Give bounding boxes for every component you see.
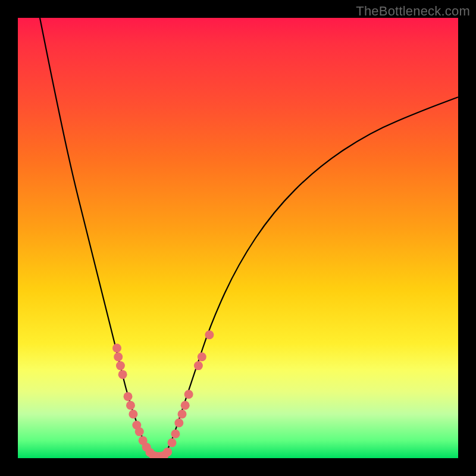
data-marker bbox=[205, 330, 214, 339]
data-marker bbox=[171, 430, 180, 439]
data-marker bbox=[116, 361, 125, 370]
data-marker bbox=[194, 361, 203, 370]
data-marker bbox=[118, 370, 127, 379]
data-marker bbox=[174, 418, 183, 427]
data-marker bbox=[168, 439, 177, 447]
data-marker bbox=[181, 401, 190, 410]
data-marker bbox=[124, 392, 133, 401]
data-marker bbox=[198, 352, 206, 361]
data-marker bbox=[112, 344, 121, 353]
data-marker bbox=[135, 427, 144, 436]
data-marker bbox=[129, 410, 137, 419]
data-marker bbox=[163, 447, 172, 456]
watermark-text: TheBottleneck.com bbox=[356, 4, 470, 19]
data-marker bbox=[114, 352, 123, 361]
chart-plot-area bbox=[18, 18, 458, 458]
marker-group bbox=[112, 330, 214, 458]
data-marker bbox=[184, 390, 193, 399]
data-marker bbox=[126, 401, 135, 410]
data-marker bbox=[178, 410, 187, 419]
curve-right-branch bbox=[163, 97, 458, 458]
chart-svg bbox=[18, 18, 458, 458]
curve-left-branch bbox=[40, 18, 154, 458]
